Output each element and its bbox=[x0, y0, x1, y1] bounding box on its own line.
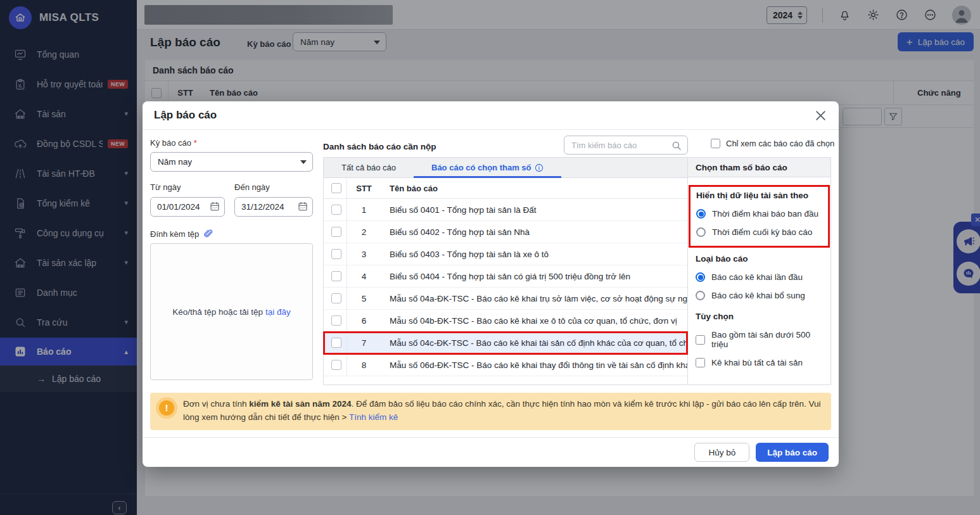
calendar-icon[interactable] bbox=[209, 201, 220, 212]
report-row-2[interactable]: 2 Biểu số 0402 - Tổng hợp tài sản Nhà bbox=[324, 221, 687, 243]
modal-period-select[interactable]: Năm nay bbox=[150, 152, 313, 172]
radio-selected-icon[interactable] bbox=[696, 272, 705, 282]
modal-table-header: STT Tên báo cáo bbox=[324, 178, 687, 199]
caret-down-icon bbox=[300, 160, 307, 164]
report-row-4[interactable]: 4 Biểu số 0404 - Tổng hợp tài sản có giá… bbox=[324, 265, 687, 288]
radio-bao-cao-ke-khai-bo-sung[interactable]: Báo cáo kê khai bổ sung bbox=[696, 291, 823, 300]
annotation-red-box: Hiển thị dữ liệu tài sản theo Thời điểm … bbox=[689, 185, 830, 248]
report-row-3[interactable]: 3 Biểu số 0403 - Tổng hợp tài sản là xe … bbox=[324, 243, 687, 265]
row-checkbox[interactable] bbox=[331, 227, 341, 237]
params-panel: Chọn tham số báo cáo Hiển thị dữ liệu tà… bbox=[688, 157, 831, 385]
file-dropzone[interactable]: Kéo/thả tệp hoặc tải tệp tại đây bbox=[150, 243, 313, 380]
report-tabs: Tất cả báo cáo Báo cáo có chọn tham số bbox=[324, 158, 687, 178]
modal-left-panel: Kỳ báo cáo * Năm nay Từ ngày Đến ngày bbox=[150, 138, 313, 380]
report-row-8[interactable]: 8 Mẫu số 06d-ĐK-TSC - Báo cáo kê khai th… bbox=[324, 354, 687, 376]
report-row-6[interactable]: 6 Mẫu số 04b-ĐK-TSC - Báo cáo kê khai xe… bbox=[324, 310, 687, 332]
only-selected-checkbox[interactable] bbox=[711, 139, 720, 148]
close-icon[interactable] bbox=[812, 107, 829, 124]
group2-title: Loại báo cáo bbox=[696, 254, 823, 264]
row-checkbox[interactable] bbox=[331, 360, 341, 370]
paperclip-icon bbox=[203, 229, 213, 239]
checkbox-ke-khai-bu-tat-ca-tai-san[interactable]: Kê khai bù tất cả tài sản bbox=[696, 358, 823, 367]
report-row-5[interactable]: 5 Mẫu số 04a-ĐK-TSC - Báo cáo kê khai tr… bbox=[324, 288, 687, 310]
only-selected-option[interactable]: Chỉ xem các báo cáo đã chọn bbox=[711, 139, 834, 148]
radio-icon[interactable] bbox=[696, 227, 706, 237]
checkbox-icon[interactable] bbox=[696, 335, 705, 345]
tab-bao-cao-co-chon-tham-so[interactable]: Báo cáo có chọn tham số bbox=[414, 158, 561, 177]
modal-title: Lập báo cáo bbox=[154, 109, 217, 122]
submit-button[interactable]: Lập báo cáo bbox=[756, 443, 829, 462]
tinh-kiem-ke-link[interactable]: Tính kiểm kê bbox=[349, 412, 398, 422]
column-stt: STT bbox=[347, 178, 381, 198]
report-row-7-highlighted[interactable]: 7 Mẫu số 04c-ĐK-TSC - Báo cáo kê khai tà… bbox=[324, 332, 687, 354]
checkbox-icon[interactable] bbox=[696, 358, 705, 367]
report-search bbox=[564, 136, 688, 155]
attach-label: Đính kèm tệp bbox=[150, 229, 199, 239]
row-checkbox[interactable] bbox=[331, 315, 341, 326]
radio-bao-cao-ke-khai-lan-dau[interactable]: Báo cáo kê khai lần đầu bbox=[696, 272, 823, 282]
period-field-label: Kỳ báo cáo * bbox=[150, 138, 313, 148]
required-asterisk: * bbox=[194, 138, 197, 148]
radio-icon[interactable] bbox=[696, 291, 705, 300]
to-date-label: Đến ngày bbox=[234, 182, 313, 192]
cancel-button[interactable]: Hủy bỏ bbox=[694, 443, 749, 462]
radio-thoi-diem-khai-bao-ban-dau[interactable]: Thời điểm khai báo ban đầu bbox=[696, 209, 822, 219]
row-checkbox[interactable] bbox=[331, 271, 341, 281]
row-checkbox[interactable] bbox=[331, 293, 341, 303]
params-heading: Chọn tham số báo cáo bbox=[688, 158, 830, 177]
modal-footer: Hủy bỏ Lập báo cáo bbox=[143, 437, 839, 467]
row-checkbox[interactable] bbox=[331, 249, 341, 259]
select-all-checkbox[interactable] bbox=[331, 183, 341, 193]
group3-title: Tùy chọn bbox=[696, 312, 823, 321]
checkbox-bao-gom-tai-san-duoi-500-trieu[interactable]: Bao gồm tài sản dưới 500 triệu bbox=[696, 330, 823, 349]
group1-title: Hiển thị dữ liệu tài sản theo bbox=[696, 191, 822, 200]
info-icon[interactable] bbox=[535, 163, 544, 172]
search-icon[interactable] bbox=[671, 140, 682, 151]
warning-icon: ! bbox=[159, 400, 174, 416]
row-checkbox[interactable] bbox=[331, 338, 341, 348]
calendar-icon[interactable] bbox=[297, 201, 309, 212]
warning-banner: ! Đơn vị chưa tính kiểm kê tài sản năm 2… bbox=[150, 393, 831, 430]
modal-header: Lập báo cáo bbox=[143, 101, 839, 130]
app-window: MISA QLTS Tổng quan Hỗ trợ quyết toán NE… bbox=[0, 0, 980, 515]
radio-thoi-diem-cuoi-ky-bao-cao[interactable]: Thời điểm cuối kỳ báo cáo bbox=[696, 227, 822, 237]
radio-selected-icon[interactable] bbox=[696, 209, 706, 219]
report-search-input[interactable] bbox=[564, 136, 687, 154]
from-date-label: Từ ngày bbox=[150, 182, 225, 192]
tab-tat-ca-bao-cao[interactable]: Tất cả báo cáo bbox=[324, 158, 414, 177]
report-table: Tất cả báo cáo Báo cáo có chọn tham số S… bbox=[323, 157, 688, 385]
report-list-heading: Danh sách báo cáo cần nộp bbox=[323, 142, 436, 151]
create-report-modal: Lập báo cáo Kỳ báo cáo * Năm nay Từ ngày bbox=[143, 101, 839, 467]
column-ten-bao-cao: Tên báo cáo bbox=[381, 184, 687, 193]
row-checkbox[interactable] bbox=[331, 205, 341, 215]
report-row-1[interactable]: 1 Biểu số 0401 - Tổng hợp tài sản là Đất bbox=[324, 199, 687, 221]
upload-here-link[interactable]: tại đây bbox=[265, 307, 291, 317]
